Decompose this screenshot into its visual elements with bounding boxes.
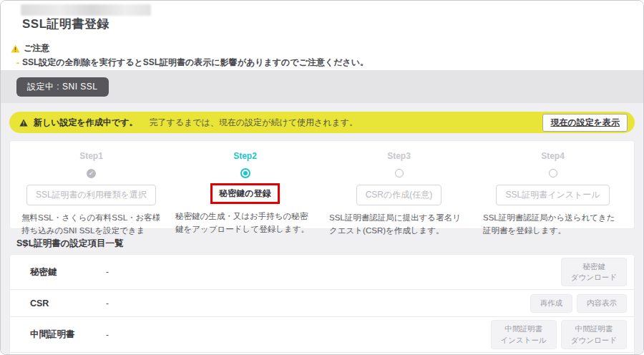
notice-item: - SSL設定の全削除を実行するとSSL証明書の表示に影響がありますのでご注意く… bbox=[11, 57, 369, 69]
row-value: - bbox=[106, 298, 109, 308]
private-key-download-button[interactable]: 秘密鍵 ダウンロード bbox=[561, 258, 627, 286]
button-label-line: 内容表示 bbox=[587, 298, 617, 308]
table-row-csr: CSR - 再作成 内容表示 bbox=[10, 289, 634, 316]
step-4-description: SSL証明書認証局から送られてきた証明書を登録します。 bbox=[483, 212, 623, 238]
page-title: SSL証明書登録 bbox=[22, 16, 109, 32]
redacted-domain-blur bbox=[21, 4, 151, 16]
step-1: Step1 ✓ SSL証明書の利用種類を選択 無料SSL・さくらの有料SSL・お… bbox=[14, 151, 168, 250]
table-row-private-key: 秘密鍵 - 秘密鍵 ダウンロード bbox=[10, 255, 634, 289]
row-label: 中間証明書 bbox=[30, 329, 106, 341]
ssl-registration-page: SSL証明書登録 ご注意 - SSL設定の全削除を実行するとSSL証明書の表示に… bbox=[0, 0, 644, 355]
step-2-active-radio-icon bbox=[240, 168, 250, 178]
banner-warning-icon bbox=[19, 119, 28, 127]
step-2-register-key-button[interactable]: 秘密鍵の登録 bbox=[210, 183, 279, 204]
csr-view-content-button[interactable]: 内容表示 bbox=[577, 294, 627, 312]
button-label-line: 中間証明書 bbox=[501, 324, 547, 334]
csr-recreate-button[interactable]: 再作成 bbox=[530, 294, 573, 312]
notice-heading-row: ご注意 bbox=[11, 42, 369, 54]
button-label-line: 秘密鍵 bbox=[571, 261, 617, 272]
table-row-certificate: 証明書 - 証明書 インストール 証明書 ダウンロード bbox=[10, 352, 634, 355]
button-label-line: 中間証明書 bbox=[571, 324, 617, 334]
page-header: SSL証明書登録 ご注意 - SSL設定の全削除を実行するとSSL証明書の表示に… bbox=[1, 1, 643, 70]
notice-heading: ご注意 bbox=[24, 42, 49, 54]
content-area: 新しい設定を作成中です。 完了するまでは、現在の設定が続けて使用されます。 現在… bbox=[1, 103, 643, 355]
banner-message-bold: 新しい設定を作成中です。 bbox=[34, 117, 137, 129]
step-2-description: 秘密鍵の生成・又はお手持ちの秘密鍵をアップロードして登録します。 bbox=[175, 210, 315, 236]
row-actions: 秘密鍵 ダウンロード bbox=[561, 258, 627, 286]
button-label-line: ダウンロード bbox=[571, 335, 617, 346]
step-3-label: Step3 bbox=[387, 151, 411, 161]
step-4: Step4 SSL証明書インストール SSL証明書認証局から送られてきた証明書を… bbox=[476, 151, 630, 250]
status-band: 設定中 : SNI SSL bbox=[1, 70, 643, 103]
notice-bullet: - bbox=[16, 58, 19, 68]
settings-table: 秘密鍵 - 秘密鍵 ダウンロード CSR - 再作成 内容表示 bbox=[9, 254, 635, 355]
step-2-label: Step2 bbox=[233, 151, 257, 161]
step-2: Step2 秘密鍵の登録 秘密鍵の生成・又はお手持ちの秘密鍵をアップロードして登… bbox=[168, 151, 322, 250]
row-value: - bbox=[106, 267, 109, 277]
notice-block: ご注意 - SSL設定の全削除を実行するとSSL証明書の表示に影響がありますので… bbox=[11, 42, 369, 69]
banner-message: 新しい設定を作成中です。 完了するまでは、現在の設定が続けて使用されます。 bbox=[34, 117, 358, 129]
step-3: Step3 CSRの作成(任意) SSL証明書認証局に提出する署名リクエスト(C… bbox=[322, 151, 476, 250]
step-4-install-cert-button[interactable]: SSL証明書インストール bbox=[496, 185, 609, 205]
button-label-line: ダウンロード bbox=[571, 272, 617, 283]
intermediate-cert-install-button[interactable]: 中間証明書 インストール bbox=[491, 320, 557, 349]
step-1-label: Step1 bbox=[79, 151, 103, 161]
button-label-line: 再作成 bbox=[540, 298, 563, 308]
button-label-line: インストール bbox=[501, 335, 547, 346]
step-4-todo-icon bbox=[549, 168, 557, 178]
step-1-select-type-button[interactable]: SSL証明書の利用種類を選択 bbox=[26, 185, 156, 205]
row-label: 秘密鍵 bbox=[30, 266, 106, 278]
row-value: - bbox=[106, 330, 109, 340]
banner-message-rest: 完了するまでは、現在の設定が続けて使用されます。 bbox=[149, 117, 358, 129]
row-actions: 再作成 内容表示 bbox=[530, 294, 628, 312]
intermediate-cert-download-button[interactable]: 中間証明書 ダウンロード bbox=[561, 320, 627, 349]
step-4-label: Step4 bbox=[541, 151, 565, 161]
show-current-settings-button[interactable]: 現在の設定を表示 bbox=[542, 114, 628, 132]
step-3-description: SSL証明書認証局に提出する署名リクエスト(CSR)を作成します。 bbox=[329, 212, 469, 238]
step-wizard: Step1 ✓ SSL証明書の利用種類を選択 無料SSL・さくらの有料SSL・お… bbox=[9, 140, 635, 229]
step-1-done-icon: ✓ bbox=[87, 168, 96, 178]
notice-text: SSL設定の全削除を実行するとSSL証明書の表示に影響がありますのでご注意くださ… bbox=[22, 57, 369, 69]
status-badge: 設定中 : SNI SSL bbox=[16, 77, 109, 97]
in-progress-banner: 新しい設定を作成中です。 完了するまでは、現在の設定が続けて使用されます。 現在… bbox=[9, 112, 635, 133]
step-3-todo-icon bbox=[395, 168, 404, 178]
row-label: CSR bbox=[30, 298, 106, 308]
step-3-create-csr-button[interactable]: CSRの作成(任意) bbox=[356, 185, 442, 205]
row-actions: 中間証明書 インストール 中間証明書 ダウンロード bbox=[491, 320, 627, 349]
warning-triangle-icon bbox=[11, 44, 20, 53]
table-row-intermediate-cert: 中間証明書 - 中間証明書 インストール 中間証明書 ダウンロード bbox=[10, 316, 634, 351]
